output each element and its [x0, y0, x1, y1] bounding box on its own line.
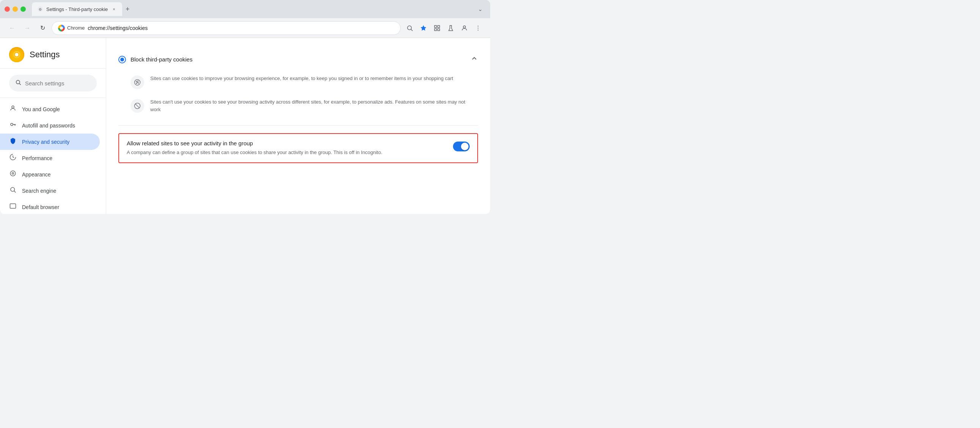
privacy-label: Privacy and security	[22, 139, 70, 145]
sidebar-item-performance[interactable]: Performance	[0, 150, 100, 166]
search-bar[interactable]	[9, 75, 97, 91]
sidebar-item-default-browser[interactable]: Default browser	[0, 199, 100, 214]
block-cookies-header: Block third-party cookies	[118, 55, 478, 64]
svg-point-30	[137, 82, 138, 83]
cookie-icon	[130, 75, 144, 89]
bookmark-star-icon[interactable]	[417, 22, 430, 34]
performance-icon	[9, 154, 17, 162]
sidebar-item-appearance[interactable]: Appearance	[0, 166, 100, 183]
svg-point-10	[478, 27, 479, 28]
sidebar-item-search-engine[interactable]: Search engine	[0, 183, 100, 199]
detail-text-1: Sites can use cookies to improve your br…	[150, 75, 453, 82]
person-icon	[9, 105, 17, 113]
detail-text-2: Sites can't use your cookies to see your…	[150, 98, 466, 113]
svg-point-8	[463, 26, 466, 28]
window-controls: ⌄	[475, 4, 486, 14]
svg-point-27	[138, 81, 138, 81]
svg-line-23	[14, 191, 16, 193]
title-bar: ⚙ Settings - Third-party cookie × + ⌄	[0, 0, 490, 18]
minimize-button[interactable]	[13, 6, 18, 12]
close-button[interactable]	[5, 6, 10, 12]
performance-label: Performance	[22, 155, 52, 161]
toggle-knob	[461, 143, 469, 150]
block-cookies-title: Block third-party cookies	[130, 56, 466, 63]
tab-favicon: ⚙	[37, 6, 43, 12]
detail-row-2: Sites can't use your cookies to see your…	[118, 94, 478, 118]
svg-rect-6	[434, 29, 436, 30]
back-button[interactable]: ←	[6, 22, 18, 34]
appearance-icon	[9, 170, 17, 179]
svg-text:⚙: ⚙	[39, 8, 42, 11]
sidebar-item-autofill[interactable]: Autofill and passwords	[0, 117, 100, 134]
svg-point-13	[16, 80, 20, 84]
svg-point-15	[12, 106, 14, 108]
tab-close-icon[interactable]: ×	[111, 6, 117, 12]
settings-title: Settings	[30, 50, 60, 60]
svg-point-9	[478, 25, 479, 26]
svg-point-29	[136, 83, 137, 84]
forward-button[interactable]: →	[21, 22, 33, 34]
search-engine-icon	[9, 186, 17, 195]
traffic-lights	[5, 6, 26, 12]
nav-actions	[404, 22, 484, 34]
search-engine-label: Search engine	[22, 188, 56, 194]
window-dropdown-icon[interactable]: ⌄	[475, 4, 486, 14]
svg-point-20	[10, 171, 16, 176]
autofill-label: Autofill and passwords	[22, 123, 75, 129]
active-tab[interactable]: ⚙ Settings - Third-party cookie ×	[32, 2, 122, 16]
allow-related-toggle[interactable]	[453, 142, 470, 151]
svg-point-11	[478, 30, 479, 30]
svg-line-14	[19, 83, 21, 85]
maximize-button[interactable]	[21, 6, 26, 12]
svg-rect-24	[10, 204, 16, 208]
block-cookies-radio[interactable]	[118, 56, 126, 64]
svg-rect-4	[434, 25, 436, 27]
refresh-button[interactable]: ↻	[37, 22, 49, 34]
tab-title: Settings - Third-party cookie	[46, 6, 108, 12]
tab-bar: ⚙ Settings - Third-party cookie × +	[32, 2, 472, 16]
svg-point-21	[12, 173, 14, 175]
browser-window: ⚙ Settings - Third-party cookie × + ⌄ ← …	[0, 0, 490, 214]
you-and-google-label: You and Google	[22, 106, 60, 112]
allow-related-text: Allow related sites to see your activity…	[127, 140, 445, 156]
more-options-icon[interactable]	[472, 22, 484, 34]
main-area: Settings You and Google	[0, 38, 490, 214]
allow-related-box: Allow related sites to see your activity…	[118, 133, 478, 163]
chevron-up-icon[interactable]	[471, 55, 478, 64]
address-bar[interactable]: Chrome chrome://settings/cookies	[52, 21, 401, 35]
search-input[interactable]	[25, 80, 97, 86]
svg-rect-7	[438, 29, 440, 30]
default-browser-icon	[9, 203, 17, 212]
cookies-section: Block third-party cookies Sites can use …	[118, 47, 478, 163]
settings-logo	[9, 47, 24, 62]
lab-icon[interactable]	[445, 22, 457, 34]
sidebar: Settings You and Google	[0, 38, 106, 214]
search-bar-container	[0, 69, 106, 98]
svg-point-22	[11, 188, 15, 192]
zoom-icon[interactable]	[404, 22, 416, 34]
block-icon	[130, 99, 144, 113]
svg-line-32	[135, 104, 140, 108]
chrome-label: Chrome	[67, 25, 84, 31]
search-icon	[15, 79, 21, 87]
svg-line-3	[411, 29, 412, 31]
chrome-icon	[58, 25, 65, 32]
sidebar-item-you-and-google[interactable]: You and Google	[0, 101, 100, 117]
settings-header: Settings	[0, 38, 106, 69]
block-cookies-option: Block third-party cookies Sites can use …	[118, 47, 478, 126]
key-icon	[9, 121, 17, 130]
allow-related-title: Allow related sites to see your activity…	[127, 140, 445, 146]
appearance-label: Appearance	[22, 172, 51, 178]
extension-icon[interactable]	[431, 22, 443, 34]
sidebar-item-privacy[interactable]: Privacy and security	[0, 134, 100, 150]
nav-bar: ← → ↻ Chrome chrome://settings/cookies	[0, 18, 490, 38]
new-tab-button[interactable]: +	[122, 4, 133, 14]
profile-icon[interactable]	[458, 22, 471, 34]
default-browser-label: Default browser	[22, 204, 59, 210]
svg-point-26	[136, 81, 137, 82]
nav-items: You and Google Autofill and passwords Pr…	[0, 98, 106, 214]
address-text[interactable]: chrome://settings/cookies	[88, 25, 394, 31]
svg-point-16	[11, 123, 13, 126]
detail-row-1: Sites can use cookies to improve your br…	[118, 70, 478, 94]
address-favicon: Chrome	[58, 25, 84, 32]
